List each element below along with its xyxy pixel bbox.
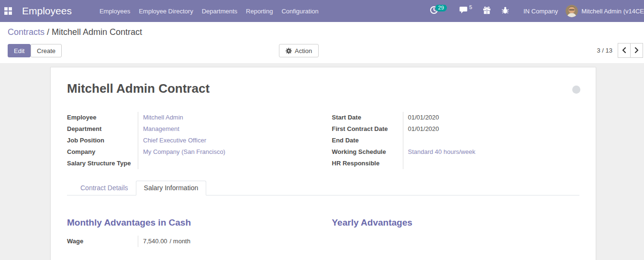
field-row-start-date: Start Date 01/01/2020 xyxy=(332,112,580,123)
field-label: HR Responsible xyxy=(332,158,403,169)
left-field-group: Employee Mitchell Admin Department Manag… xyxy=(67,112,315,169)
field-label: Job Position xyxy=(67,135,138,146)
menu-reporting[interactable]: Reporting xyxy=(246,6,273,17)
field-label: Salary Structure Type xyxy=(67,158,138,169)
chevron-left-icon xyxy=(622,46,626,55)
field-label: End Date xyxy=(332,135,403,146)
field-row-end-date: End Date xyxy=(332,135,580,146)
tab-contract-details[interactable]: Contract Details xyxy=(73,181,136,195)
menu-configuration[interactable]: Configuration xyxy=(281,6,318,17)
field-groups: Employee Mitchell Admin Department Manag… xyxy=(67,112,579,169)
edit-button[interactable]: Edit xyxy=(8,44,31,57)
field-label: Employee xyxy=(67,112,138,123)
company-switcher[interactable]: IN Company xyxy=(523,8,558,15)
top-navbar: Employees Employees Employee Directory D… xyxy=(0,0,644,22)
field-row-employee: Employee Mitchell Admin xyxy=(67,112,315,123)
field-label: Company xyxy=(67,146,138,158)
right-field-group: Start Date 01/01/2020 First Contract Dat… xyxy=(332,112,580,169)
first-contract-date-value: 01/01/2020 xyxy=(408,125,439,132)
section-heading-monthly: Monthly Advantages in Cash xyxy=(67,217,315,228)
field-label: Start Date xyxy=(332,112,403,123)
control-panel: Contracts / Mitchell Admin Contract Edit… xyxy=(0,22,644,63)
pager-buttons xyxy=(618,43,643,58)
kanban-state-indicator[interactable] xyxy=(572,86,580,94)
section-heading-yearly: Yearly Advantages xyxy=(332,217,580,228)
field-row-salary-structure-type: Salary Structure Type xyxy=(67,158,315,169)
field-label: Department xyxy=(67,123,138,135)
action-button[interactable]: Action xyxy=(279,44,319,57)
apps-grid-icon xyxy=(4,7,12,15)
yearly-advantages-section: Yearly Advantages xyxy=(332,217,580,247)
content-area: Mitchell Admin Contract Employee Mitchel… xyxy=(0,63,644,260)
field-row-wage: Wage 7,540.00/ month xyxy=(67,236,315,247)
breadcrumb-separator: / xyxy=(44,27,52,37)
wage-value: 7,540.00 xyxy=(143,238,167,245)
breadcrumb: Contracts / Mitchell Admin Contract xyxy=(8,27,142,37)
menu-employees[interactable]: Employees xyxy=(100,6,130,17)
rewards-button[interactable] xyxy=(483,6,491,16)
debug-button[interactable] xyxy=(501,6,509,16)
job-position-link[interactable]: Chief Executive Officer xyxy=(143,137,206,144)
salary-information-panel: Monthly Advantages in Cash Wage 7,540.00… xyxy=(67,217,579,247)
pager-next-button[interactable] xyxy=(630,43,643,58)
contract-form-sheet: Mitchell Admin Contract Employee Mitchel… xyxy=(50,67,596,260)
working-schedule-link[interactable]: Standard 40 hours/week xyxy=(408,148,476,155)
create-button[interactable]: Create xyxy=(31,44,62,57)
employee-link[interactable]: Mitchell Admin xyxy=(143,114,183,121)
messages-button[interactable]: 5 xyxy=(459,6,472,16)
apps-menu-button[interactable] xyxy=(0,0,16,22)
activities-button[interactable]: 29 xyxy=(430,6,447,16)
systray: 29 5 xyxy=(430,5,644,17)
breadcrumb-contracts-link[interactable]: Contracts xyxy=(8,27,44,37)
user-avatar[interactable] xyxy=(566,5,578,17)
main-menu: Employees Employee Directory Departments… xyxy=(100,6,319,17)
field-row-company: Company My Company (San Francisco) xyxy=(67,146,315,158)
bug-icon xyxy=(501,6,509,16)
menu-departments[interactable]: Departments xyxy=(202,6,237,17)
monthly-advantages-section: Monthly Advantages in Cash Wage 7,540.00… xyxy=(67,217,315,247)
app-title: Employees xyxy=(22,5,72,17)
chat-icon xyxy=(459,6,468,16)
pager-previous-button[interactable] xyxy=(618,43,631,58)
record-title: Mitchell Admin Contract xyxy=(67,81,579,96)
field-row-first-contract-date: First Contract Date 01/01/2020 xyxy=(332,123,580,135)
action-button-label: Action xyxy=(295,47,312,54)
field-label: Working Schedule xyxy=(332,146,403,158)
breadcrumb-current: Mitchell Admin Contract xyxy=(52,27,142,37)
field-label: Wage xyxy=(67,236,138,247)
message-count: 5 xyxy=(469,5,472,10)
department-link[interactable]: Management xyxy=(143,125,179,132)
pager-counter: 3 / 13 xyxy=(597,47,612,54)
company-link[interactable]: My Company (San Francisco) xyxy=(143,148,225,155)
activity-count-badge: 29 xyxy=(435,5,447,11)
field-row-department: Department Management xyxy=(67,123,315,135)
notebook-tabs: Contract Details Salary Information xyxy=(67,181,579,195)
field-row-job-position: Job Position Chief Executive Officer xyxy=(67,135,315,146)
gear-icon xyxy=(286,48,292,54)
menu-employee-directory[interactable]: Employee Directory xyxy=(139,6,193,17)
field-row-hr-responsible: HR Responsible xyxy=(332,158,580,169)
gift-icon xyxy=(483,6,491,16)
user-menu[interactable]: Mitchell Admin (v14CE xyxy=(581,8,644,15)
field-label: First Contract Date xyxy=(332,123,403,135)
tab-salary-information[interactable]: Salary Information xyxy=(136,181,207,195)
field-row-working-schedule: Working Schedule Standard 40 hours/week xyxy=(332,146,580,158)
chevron-right-icon xyxy=(634,46,639,55)
start-date-value: 01/01/2020 xyxy=(408,114,439,121)
wage-unit: / month xyxy=(170,238,190,245)
